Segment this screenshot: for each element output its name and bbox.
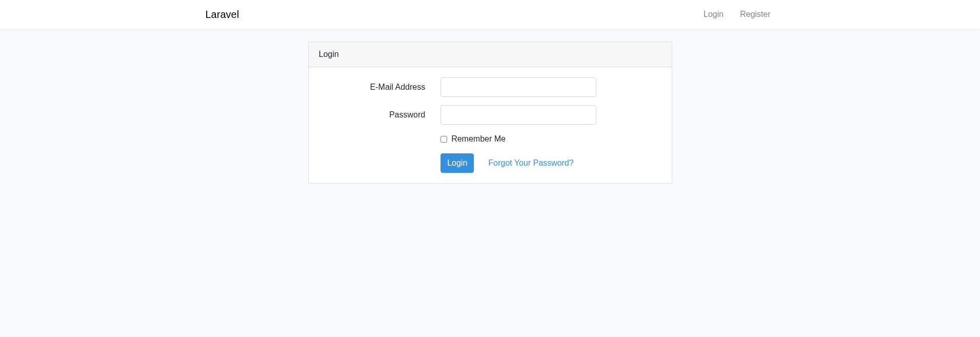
remember-checkbox[interactable]	[441, 136, 447, 143]
login-form: E-Mail Address Password	[319, 77, 662, 173]
email-field[interactable]	[441, 77, 596, 97]
navbar: Laravel Login Register	[0, 0, 980, 29]
forgot-password-link[interactable]: Forgot Your Password?	[482, 154, 579, 172]
password-field[interactable]	[441, 105, 596, 125]
register-link[interactable]: Register	[736, 6, 775, 23]
login-button[interactable]: Login	[441, 153, 474, 173]
email-label: E-Mail Address	[319, 81, 433, 93]
navbar-nav: Login Register	[699, 8, 775, 21]
card-body: E-Mail Address Password	[309, 67, 672, 183]
brand-link[interactable]: Laravel	[206, 4, 239, 25]
remember-label[interactable]: Remember Me	[451, 133, 506, 145]
login-link[interactable]: Login	[699, 6, 728, 23]
main-content: Login E-Mail Address Password	[0, 29, 980, 184]
password-label: Password	[319, 109, 433, 121]
login-card: Login E-Mail Address Password	[308, 42, 672, 184]
card-header: Login	[309, 42, 672, 67]
